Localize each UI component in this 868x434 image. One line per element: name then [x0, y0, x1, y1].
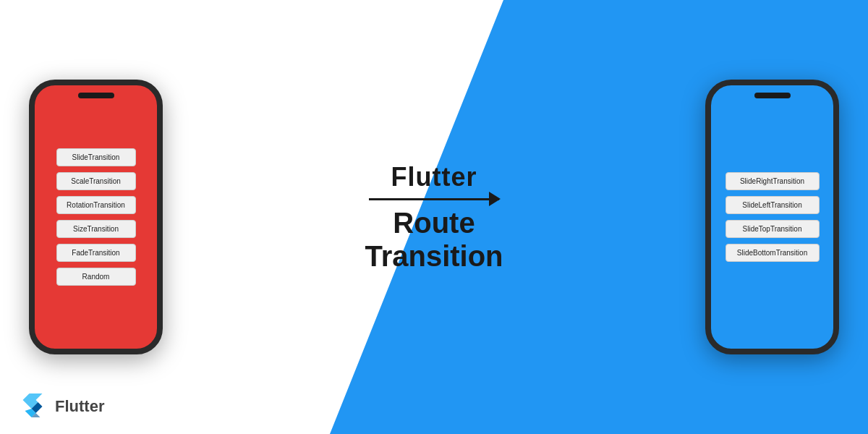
right-phone: SlideRightTransition SlideLeftTransition…: [705, 80, 839, 354]
btn-fade-transition[interactable]: FadeTransition: [56, 244, 136, 262]
btn-slide-right[interactable]: SlideRightTransition: [726, 172, 820, 190]
flutter-arrow-label: Flutter: [391, 162, 477, 192]
btn-rotation-transition[interactable]: RotationTransition: [56, 196, 136, 214]
phone-notch-left: [78, 93, 114, 98]
arrow-line: [369, 198, 499, 200]
main-content: SlideTransition ScaleTransition Rotation…: [0, 0, 868, 434]
flutter-icon: [22, 393, 48, 420]
arrow-container: [369, 198, 499, 200]
left-phone-buttons: SlideTransition ScaleTransition Rotation…: [56, 148, 136, 286]
center-section: Flutter Route Transition: [163, 162, 705, 273]
route-label-line1: Route: [393, 207, 475, 239]
left-phone: SlideTransition ScaleTransition Rotation…: [29, 80, 163, 354]
btn-scale-transition[interactable]: ScaleTransition: [56, 172, 136, 190]
btn-slide-transition[interactable]: SlideTransition: [56, 148, 136, 166]
flutter-footer-text: Flutter: [55, 397, 104, 416]
right-phone-buttons: SlideRightTransition SlideLeftTransition…: [726, 172, 820, 262]
flutter-logo: Flutter: [22, 393, 104, 420]
btn-slide-left[interactable]: SlideLeftTransition: [726, 196, 820, 214]
route-label-line2: Transition: [365, 240, 503, 272]
btn-size-transition[interactable]: SizeTransition: [56, 220, 136, 238]
phone-notch-right: [754, 93, 791, 98]
btn-slide-top[interactable]: SlideTopTransition: [726, 220, 820, 238]
btn-slide-bottom[interactable]: SlideBottomTransition: [726, 244, 820, 262]
btn-random[interactable]: Random: [56, 268, 136, 286]
route-transition-label: Route Transition: [365, 206, 503, 273]
